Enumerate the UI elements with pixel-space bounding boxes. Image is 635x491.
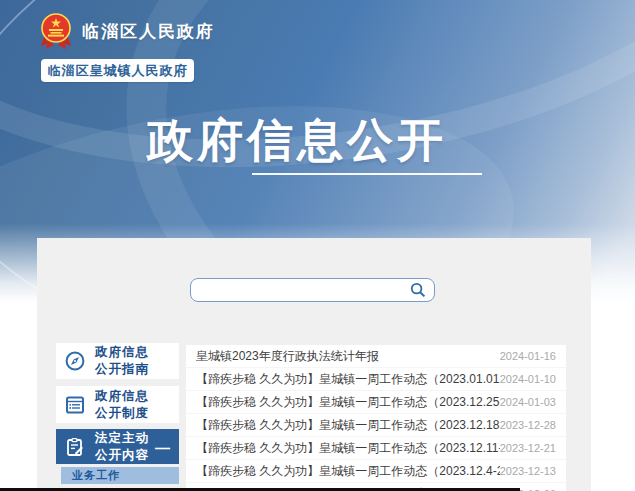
list-item: 【蹄疾步稳 久久为功】皇城镇一周工作动态（2023.12.11-2023.12.… — [186, 437, 566, 460]
sidebar-item-statutory-disclosure[interactable]: 法定主动 公开内容 — — [56, 429, 179, 464]
list-item: 【蹄疾步稳 久久为功】皇城镇一周工作动态（2023.12.25-2023.12.… — [186, 391, 566, 414]
sub-site-tab[interactable]: 临淄区皇城镇人民政府 — [41, 59, 194, 82]
article-date: 2023-12-21 — [500, 442, 556, 454]
clipboard-pen-icon — [65, 437, 85, 457]
site-logo-link[interactable]: 临淄区人民政府 — [40, 13, 215, 50]
article-link[interactable]: 【蹄疾步稳 久久为功】皇城镇一周工作动态（2023.12.25-2023.12.… — [196, 394, 500, 411]
document-list-icon — [65, 395, 85, 415]
article-date: 2023-12-13 — [500, 465, 556, 477]
article-link[interactable]: 皇城镇2023年度行政执法统计年报 — [196, 348, 379, 365]
list-item: 【蹄疾步稳 久久为功】皇城镇一周工作动态（2023.12.18-2023.12.… — [186, 414, 566, 437]
sidebar-item-label: 政府信息 公开制度 — [95, 388, 149, 422]
title-underline — [252, 173, 482, 175]
search-button[interactable] — [408, 279, 434, 301]
article-list: 皇城镇2023年度行政执法统计年报 2024-01-16 【蹄疾步稳 久久为功】… — [186, 345, 566, 491]
sidebar-item-label: 政府信息 公开指南 — [95, 344, 149, 378]
content-panel: 政府信息 公开指南 政府信息 公开制度 — [37, 238, 591, 491]
list-item: 皇城镇2023年度行政执法统计年报 2024-01-16 — [186, 345, 566, 368]
sidebar-subitem-business-work[interactable]: 业务工作 — [61, 467, 179, 484]
list-item: 【蹄疾步稳 久久为功】皇城镇一周工作动态（2023.01.01-2023.01.… — [186, 368, 566, 391]
collapse-minus-icon[interactable]: — — [155, 445, 170, 451]
article-date: 2024-01-03 — [500, 396, 556, 408]
china-national-emblem-icon — [40, 13, 72, 50]
article-link[interactable]: 【蹄疾步稳 久久为功】皇城镇一周工作动态（2023.12.4-2023.12.1… — [196, 463, 500, 480]
site-name: 临淄区人民政府 — [82, 20, 215, 43]
sidebar-item-label: 法定主动 公开内容 — [95, 430, 149, 464]
search-input[interactable] — [191, 279, 408, 301]
page-title: 政府信息公开 — [147, 110, 447, 172]
page: 临淄区人民政府 临淄区皇城镇人民政府 政府信息公开 — [0, 0, 635, 491]
article-date: 2024-01-10 — [500, 373, 556, 385]
search-bar — [190, 278, 435, 302]
article-link[interactable]: 【蹄疾步稳 久久为功】皇城镇一周工作动态（2023.12.18-2023.12.… — [196, 417, 500, 434]
article-link[interactable]: 【蹄疾步稳 久久为功】皇城镇一周工作动态（2023.12.11-2023.12.… — [196, 440, 500, 457]
article-link[interactable]: 【蹄疾步稳 久久为功】皇城镇一周工作动态（2023.01.01-2023.01.… — [196, 371, 500, 388]
list-item: 【蹄疾步稳 久久为功】皇城镇一周工作动态（2023.12.4-2023.12.1… — [186, 460, 566, 483]
sidebar-item-disclosure-system[interactable]: 政府信息 公开制度 — [56, 386, 179, 423]
sidebar-item-disclosure-guide[interactable]: 政府信息 公开指南 — [56, 343, 179, 379]
article-date: 2024-01-16 — [500, 350, 556, 362]
article-date: 2023-12-28 — [500, 419, 556, 431]
compass-icon — [65, 351, 85, 371]
search-icon — [410, 282, 426, 298]
